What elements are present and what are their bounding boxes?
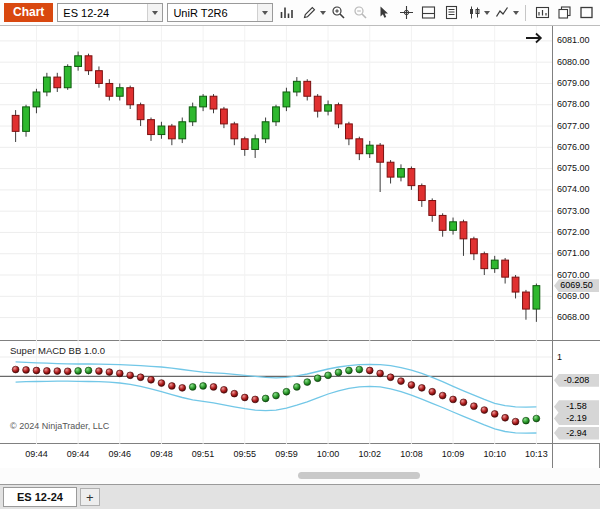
candle-down [346, 124, 353, 139]
chart-area: Super MACD BB 1.0.0 © 2024 NinjaTrader, … [0, 26, 600, 468]
macd-dot-down [387, 374, 394, 381]
macd-dot-down [116, 370, 123, 377]
toolbar-separator [525, 5, 526, 21]
price-axis-tick: 6071.00 [557, 248, 590, 259]
macd-dot-down [502, 414, 509, 421]
macd-dot-up [262, 395, 269, 402]
indicators-icon[interactable] [493, 3, 512, 22]
indicator-preset-dropdown[interactable]: UniR T2R6 [167, 3, 273, 22]
candle-up [116, 88, 123, 97]
candle-up [33, 92, 40, 107]
candle-up [179, 122, 186, 139]
price-axis-tick: 6079.00 [557, 78, 590, 89]
macd-dot-down [221, 386, 228, 393]
macd-dot-up [304, 379, 311, 386]
macd-dot-up [325, 372, 332, 379]
macd-dot-down [64, 368, 71, 375]
macd-dot-down [137, 374, 144, 381]
chevron-down-icon[interactable] [513, 3, 519, 22]
price-axis-tick: 6078.00 [557, 99, 590, 110]
candle-up [43, 77, 50, 92]
time-axis-label: 09:44 [67, 449, 90, 459]
indicator-preset-dropdown-value: UniR T2R6 [168, 7, 257, 19]
time-axis-label: 09:44 [25, 449, 48, 459]
add-tab-button[interactable]: + [80, 488, 100, 506]
macd-dot-down [96, 368, 103, 375]
maximize-window-icon[interactable] [577, 3, 596, 22]
macd-dot-down [148, 376, 155, 383]
candle-down [429, 201, 436, 216]
macd-dot-down [33, 367, 40, 374]
macd-dot-up [523, 417, 530, 424]
price-panel[interactable] [0, 26, 552, 341]
candle-down [168, 126, 175, 139]
time-axis[interactable]: 09:4409:4409:4609:4809:5109:5509:5910:00… [0, 444, 552, 468]
macd-panel[interactable]: Super MACD BB 1.0.0 © 2024 NinjaTrader, … [0, 341, 552, 444]
chevron-down-icon[interactable] [147, 4, 162, 21]
candle-down [96, 71, 103, 84]
instrument-dropdown[interactable]: ES 12-24 [57, 3, 163, 22]
chevron-down-icon[interactable] [320, 3, 326, 22]
macd-dot-down [241, 394, 248, 401]
chart-panels-icon[interactable] [419, 3, 438, 22]
candle-up [366, 145, 373, 154]
candle-down [502, 260, 509, 277]
candle-down [408, 169, 415, 186]
tab-es-12-24[interactable]: ES 12-24 [3, 487, 77, 507]
price-axis-tick: 6074.00 [557, 184, 590, 195]
chevron-down-icon[interactable] [484, 3, 490, 22]
crosshair-icon[interactable] [397, 3, 416, 22]
bar-chart-icon[interactable] [277, 3, 296, 22]
price-axis-tick: 6070.00 [557, 270, 590, 281]
macd-dot-down [408, 382, 415, 389]
candle-down [127, 88, 134, 105]
macd-dot-down [460, 399, 467, 406]
candle-up [293, 81, 300, 92]
macd-dot-down [168, 383, 175, 390]
macd-dot-down [418, 384, 425, 391]
chevron-down-icon[interactable] [257, 4, 272, 21]
axis-column: 6081.006080.006079.006078.006077.006076.… [552, 26, 600, 468]
zoom-in-icon[interactable] [329, 3, 348, 22]
chart-window-icon[interactable] [533, 3, 552, 22]
time-axis-label: 09:59 [275, 449, 298, 459]
macd-dot-up [314, 375, 321, 382]
price-axis-tick: 6068.00 [557, 312, 590, 323]
data-box-icon[interactable] [442, 3, 461, 22]
candle-down [512, 277, 519, 292]
chart-style-icon[interactable] [465, 3, 484, 22]
time-axis-label: 10:08 [400, 449, 423, 459]
scrollbar-thumb[interactable] [298, 472, 420, 479]
indicator-title: Super MACD BB 1.0.0 [10, 345, 105, 356]
pointer-icon[interactable] [374, 3, 393, 22]
macd-axis[interactable]: 1-0.208-1.58-2.19-2.94 [553, 341, 600, 444]
price-axis-tick: 6072.00 [557, 227, 590, 238]
macd-dot-down [127, 372, 134, 379]
restore-window-icon[interactable] [555, 3, 574, 22]
price-axis[interactable]: 6081.006080.006079.006078.006077.006076.… [553, 26, 600, 341]
macd-value-marker: -1.58 [554, 400, 599, 413]
candle-down [314, 96, 321, 111]
horizontal-scrollbar[interactable] [0, 468, 600, 484]
drawing-tools-icon[interactable] [300, 3, 319, 22]
copyright-label: © 2024 NinjaTrader, LLC [10, 421, 109, 431]
candle-down [387, 162, 394, 177]
go-to-latest-arrow-icon[interactable] [525, 31, 545, 49]
macd-dot-down [366, 367, 373, 374]
candle-up [200, 96, 207, 107]
candle-down [523, 292, 530, 309]
time-axis-label: 09:51 [192, 449, 215, 459]
candle-down [356, 139, 363, 154]
toolbar: Chart ES 12-24 UniR T2R6 [0, 0, 600, 26]
macd-dot-down [23, 367, 30, 374]
macd-dot-up [335, 369, 342, 376]
candle-up [252, 139, 259, 150]
time-axis-label: 09:48 [150, 449, 173, 459]
macd-dot-down [450, 396, 457, 403]
candle-up [23, 107, 30, 131]
macd-dot-down [43, 367, 50, 374]
zoom-out-icon[interactable] [351, 3, 370, 22]
price-axis-tick: 6075.00 [557, 163, 590, 174]
candle-down [304, 81, 311, 96]
price-axis-tick: 6076.00 [557, 142, 590, 153]
